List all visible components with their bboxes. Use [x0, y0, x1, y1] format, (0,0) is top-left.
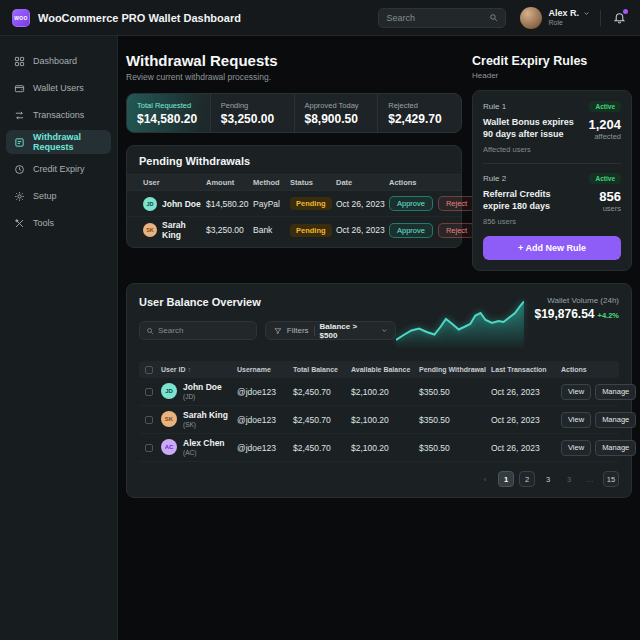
wallet-volume-sparkline	[396, 299, 524, 349]
method: PayPal	[253, 199, 290, 209]
page-ellipsis: …	[582, 471, 598, 487]
sidebar-item-label: Transactions	[33, 110, 84, 120]
rule-name: Rule 1	[483, 102, 506, 111]
page-title: Withdrawal Requests	[126, 52, 462, 69]
sidebar-item-label: Setup	[33, 191, 57, 201]
rule-name: Rule 2	[483, 174, 506, 183]
table-row: JD John Doe (JD) @jdoe123 $2,450.70 $2,1…	[139, 378, 619, 406]
balance-table-header: User ID ↑ Username Total Balance Availab…	[139, 361, 619, 378]
sidebar-item-wallet-users[interactable]: Wallet Users	[6, 76, 111, 100]
user-name: John Doe	[183, 383, 222, 393]
rule-stat-label: users	[599, 204, 621, 213]
active-badge: Active	[589, 173, 621, 184]
pending-withdrawals-title: Pending Withdrawals	[127, 146, 461, 174]
sidebar-item-transactions[interactable]: Transactions	[6, 103, 111, 127]
page-button-3[interactable]: 3	[540, 471, 556, 487]
manage-button[interactable]: Manage	[595, 412, 636, 428]
status-badge: Pending	[290, 224, 332, 237]
row-checkbox[interactable]	[145, 416, 153, 424]
col-date: Date	[336, 178, 389, 187]
stat-value: $8,900.50	[305, 112, 368, 126]
username: @jdoe123	[237, 443, 293, 453]
balance-search-input[interactable]	[158, 326, 250, 335]
username: @jdoe123	[237, 415, 293, 425]
gear-icon	[14, 191, 25, 202]
col-label: User ID	[161, 366, 186, 373]
stat-rejected: Rejected $2,429.70	[377, 94, 461, 132]
user-role: Role	[548, 19, 590, 27]
tools-icon	[14, 218, 25, 229]
avatar: JD	[143, 197, 157, 211]
table-row: AC Alex Chen (AC) @jdoe123 $2,450.70 $2,…	[139, 434, 619, 462]
page-button-3-dim[interactable]: 3	[561, 471, 577, 487]
global-search[interactable]	[378, 8, 506, 28]
stat-value: $3,250.00	[221, 112, 284, 126]
user-name: Alex Chen	[183, 439, 225, 449]
chevron-down-icon	[583, 10, 590, 17]
amount: $14,580.20	[206, 199, 253, 209]
notifications-button[interactable]	[611, 9, 628, 26]
stat-value: $2,429.70	[388, 112, 451, 126]
col-pending-withdrawal: Pending Withdrawal	[419, 366, 491, 373]
sidebar-item-withdrawal-requests[interactable]: Withdrawal Requests	[6, 130, 111, 154]
user-menu[interactable]: Alex R. Role	[520, 7, 590, 29]
view-button[interactable]: View	[561, 412, 591, 428]
sidebar-item-dashboard[interactable]: Dashboard	[6, 49, 111, 73]
col-method: Method	[253, 178, 290, 187]
avatar: JD	[161, 383, 177, 399]
last-transaction: Oct 26, 2023	[491, 387, 561, 397]
avatar: SK	[161, 411, 177, 427]
user-id: (AC)	[183, 449, 225, 456]
page-prev-button[interactable]: ‹	[477, 471, 493, 487]
stat-label: Rejected	[388, 101, 451, 110]
page-button-2[interactable]: 2	[519, 471, 535, 487]
wallet-volume-value: $19,876.54	[534, 307, 594, 321]
sidebar-item-setup[interactable]: Setup	[6, 184, 111, 208]
manage-button[interactable]: Manage	[595, 440, 636, 456]
dashboard-icon	[14, 56, 25, 67]
rule-description: Wallet Bonus expires 90 days after issue	[483, 117, 579, 141]
sidebar-item-label: Wallet Users	[33, 83, 84, 93]
select-all-checkbox[interactable]	[145, 366, 153, 374]
view-button[interactable]: View	[561, 440, 591, 456]
add-new-rule-button[interactable]: + Add New Rule	[483, 236, 621, 260]
page-button-1[interactable]: 1	[498, 471, 514, 487]
avatar: AC	[161, 439, 177, 455]
available-balance: $2,100.20	[351, 387, 419, 397]
table-row: SK Sarah King (SK) @jdoe123 $2,450.70 $2…	[139, 406, 619, 434]
rule-note: Affected users	[483, 145, 621, 154]
date: Oct 26, 2023	[336, 225, 389, 235]
view-button[interactable]: View	[561, 384, 591, 400]
sidebar-item-credit-expiry[interactable]: Credit Expiry	[6, 157, 111, 181]
row-checkbox[interactable]	[145, 388, 153, 396]
global-search-input[interactable]	[386, 13, 489, 23]
sidebar-item-label: Tools	[33, 218, 54, 228]
manage-button[interactable]: Manage	[595, 384, 636, 400]
pending-withdrawals-card: Pending Withdrawals User Amount Method S…	[126, 145, 462, 248]
user-name: Alex R.	[548, 8, 579, 18]
col-available-balance: Available Balance	[351, 366, 419, 373]
filters-dropdown[interactable]: Filters Balance > $500	[265, 321, 396, 340]
divider	[483, 163, 621, 164]
row-checkbox[interactable]	[145, 444, 153, 452]
pending-withdrawal: $350.50	[419, 387, 491, 397]
page-button-15[interactable]: 15	[603, 471, 619, 487]
reject-button[interactable]: Reject	[438, 223, 475, 238]
balance-search[interactable]	[139, 321, 257, 340]
col-user-id[interactable]: User ID ↑	[161, 366, 237, 373]
reject-button[interactable]: Reject	[438, 196, 475, 211]
withdrawal-stats: Total Requested $14,580.20 Pending $3,25…	[126, 93, 462, 133]
amount: $3,250.00	[206, 225, 253, 235]
sidebar-item-tools[interactable]: Tools	[6, 211, 111, 235]
approve-button[interactable]: Approve	[389, 223, 433, 238]
approve-button[interactable]: Approve	[389, 196, 433, 211]
rule-item: Rule 2 Active Referral Credits expire 18…	[483, 173, 621, 226]
sidebar-item-label: Dashboard	[33, 56, 77, 66]
divider	[314, 326, 315, 336]
col-actions: Actions	[561, 366, 613, 373]
user-balance-card: User Balance Overview Filters	[126, 283, 632, 498]
stat-label: Pending	[221, 101, 284, 110]
available-balance: $2,100.20	[351, 443, 419, 453]
col-user: User	[143, 178, 206, 187]
sidebar-item-label: Credit Expiry	[33, 164, 85, 174]
